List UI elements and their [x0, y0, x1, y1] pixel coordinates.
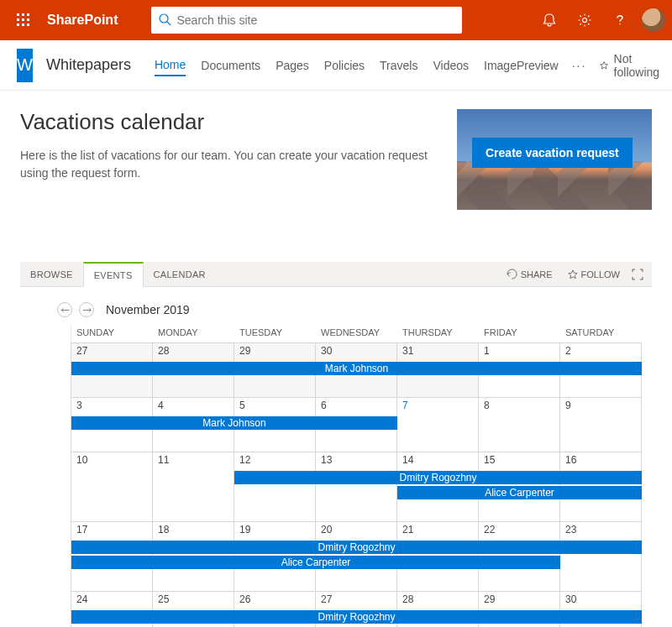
calendar-event[interactable]: Alice Carpenter: [71, 556, 560, 569]
date-cell[interactable]: 17: [71, 522, 153, 539]
date-cell[interactable]: 28: [153, 343, 234, 360]
date-cell[interactable]: 18: [153, 522, 234, 539]
ribbon-tab-calendar[interactable]: CALENDAR: [144, 262, 216, 286]
focus-icon[interactable]: [628, 262, 647, 286]
svg-rect-2: [27, 13, 29, 16]
share-label: SHARE: [521, 269, 553, 280]
date-cell[interactable]: 30: [560, 592, 642, 609]
app-launcher-icon[interactable]: [7, 3, 40, 37]
date-cell[interactable]: 14: [397, 452, 479, 469]
date-cell[interactable]: 10: [71, 452, 153, 469]
date-cell[interactable]: 11: [153, 452, 234, 469]
day-header: SUNDAY: [71, 324, 153, 342]
sitenav-item-imagepreview[interactable]: ImagePreview: [484, 55, 559, 76]
calendar-event[interactable]: Alice Carpenter: [397, 486, 642, 499]
date-cell[interactable]: 24: [71, 592, 153, 609]
date-cell[interactable]: 30: [316, 343, 397, 360]
svg-point-11: [583, 18, 587, 23]
sitenav-item-videos[interactable]: Videos: [433, 55, 469, 76]
date-cell[interactable]: 16: [560, 452, 642, 469]
svg-rect-3: [17, 18, 19, 21]
sitenav-item-policies[interactable]: Policies: [324, 55, 365, 76]
date-cell[interactable]: 28: [397, 592, 479, 609]
sitenav-item-pages[interactable]: Pages: [276, 55, 309, 76]
day-header: MONDAY: [153, 324, 234, 342]
follow-button[interactable]: FOLLOW: [561, 262, 627, 286]
date-cell[interactable]: 5: [234, 398, 316, 415]
date-cell[interactable]: 25: [153, 592, 234, 609]
calendar-week: 17181920212223Dmitry RogozhnyAlice Carpe…: [71, 521, 642, 591]
day-header: TUESDAY: [234, 324, 316, 342]
calendar-week: 272829303112Mark Johnson: [71, 342, 642, 397]
calendar-grid: SUNDAYMONDAYTUESDAYWEDNESDAYTHURSDAYFRID…: [71, 324, 642, 627]
site-nav: HomeDocumentsPagesPoliciesTravelsVideosI…: [155, 55, 559, 76]
date-cell[interactable]: 22: [479, 522, 560, 539]
calendar-event[interactable]: Dmitry Rogozhny: [234, 471, 642, 484]
follow-label: Not following: [614, 52, 663, 79]
site-title[interactable]: Whitepapers: [46, 56, 131, 74]
svg-rect-1: [22, 13, 24, 16]
date-cell[interactable]: 29: [479, 592, 560, 609]
date-cell[interactable]: 2: [560, 343, 642, 360]
day-header: FRIDAY: [479, 324, 560, 342]
date-cell[interactable]: 6: [316, 398, 397, 415]
nav-overflow-icon[interactable]: ···: [572, 59, 587, 72]
calendar-event[interactable]: Dmitry Rogozhny: [71, 541, 642, 554]
help-icon[interactable]: [603, 3, 637, 37]
date-cell[interactable]: 15: [479, 452, 560, 469]
calendar-week: 3456789Mark Johnson: [71, 397, 642, 452]
calendar-webpart: BROWSEEVENTSCALENDAR SHARE FOLLOW 🡐 🡒 No…: [20, 262, 652, 627]
date-cell[interactable]: 1: [479, 343, 560, 360]
hero: Vacations calendar Here is the list of v…: [20, 109, 652, 210]
date-cell[interactable]: 31: [397, 343, 479, 360]
month-label: November 2019: [106, 303, 190, 316]
hero-image: Create vacation request: [457, 109, 652, 210]
svg-rect-8: [27, 24, 29, 26]
date-cell[interactable]: 12: [234, 452, 316, 469]
date-cell[interactable]: 20: [316, 522, 397, 539]
next-month-button[interactable]: 🡒: [79, 302, 94, 317]
date-cell[interactable]: 7: [397, 398, 479, 415]
sitenav-item-travels[interactable]: Travels: [380, 55, 417, 76]
search-input[interactable]: [176, 13, 455, 27]
ribbon-tab-browse[interactable]: BROWSE: [20, 262, 83, 286]
sitenav-item-documents[interactable]: Documents: [201, 55, 260, 76]
date-cell[interactable]: 27: [71, 343, 153, 360]
svg-rect-4: [22, 18, 24, 21]
notifications-icon[interactable]: [533, 3, 566, 37]
sitenav-item-home[interactable]: Home: [155, 55, 186, 76]
calendar-week: 10111213141516Dmitry RogozhnyAlice Carpe…: [71, 452, 642, 521]
date-cell[interactable]: 23: [560, 522, 642, 539]
svg-rect-6: [17, 24, 19, 26]
brand-label: SharePoint: [47, 13, 118, 28]
follow-toggle[interactable]: Not following: [600, 52, 662, 79]
date-cell[interactable]: 29: [234, 343, 316, 360]
date-cell[interactable]: 26: [234, 592, 316, 609]
calendar-event[interactable]: Mark Johnson: [71, 416, 397, 430]
svg-rect-7: [22, 24, 24, 26]
create-request-button[interactable]: Create vacation request: [472, 138, 633, 168]
share-button[interactable]: SHARE: [500, 262, 559, 286]
date-cell[interactable]: 13: [316, 452, 397, 469]
date-cell[interactable]: 9: [560, 398, 642, 415]
ribbon-tab-events[interactable]: EVENTS: [83, 262, 144, 287]
date-cell[interactable]: 27: [316, 592, 397, 609]
date-cell[interactable]: 3: [71, 398, 153, 415]
search-icon: [158, 13, 171, 29]
calendar-event[interactable]: Mark Johnson: [71, 362, 642, 375]
svg-rect-0: [17, 13, 19, 16]
day-header: THURSDAY: [397, 324, 479, 342]
page-description: Here is the list of vacations for our te…: [20, 147, 440, 182]
user-avatar[interactable]: [642, 8, 665, 32]
date-cell[interactable]: 8: [479, 398, 560, 415]
day-header: SATURDAY: [560, 324, 642, 342]
date-cell[interactable]: 21: [397, 522, 479, 539]
calendar-event[interactable]: Dmitry Rogozhny: [71, 610, 642, 624]
date-cell[interactable]: 19: [234, 522, 316, 539]
search-box[interactable]: [151, 7, 462, 34]
svg-point-9: [160, 14, 168, 23]
date-cell[interactable]: 4: [153, 398, 234, 415]
settings-icon[interactable]: [568, 3, 601, 37]
site-logo[interactable]: W: [17, 49, 33, 82]
prev-month-button[interactable]: 🡐: [57, 302, 72, 317]
